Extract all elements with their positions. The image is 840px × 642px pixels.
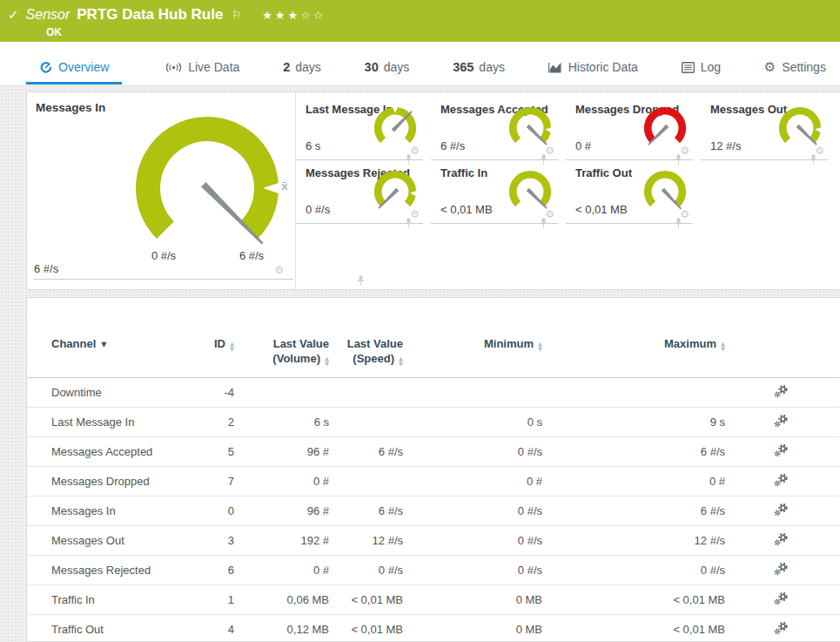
tab-overview[interactable]: Overview: [26, 60, 122, 84]
channel-last-speed: < 0,01 MB: [329, 615, 403, 642]
gauge-tile-messages-rejected: Messages Rejected 0 #/s ⚙: [296, 160, 431, 224]
sensor-title-row: ✓ Sensor PRTG Data Hub Rule ⚐ ★★★☆☆: [0, 0, 840, 24]
column-header-last-value-volume-[interactable]: Last Value(Volume)▲▼: [234, 321, 329, 378]
tab-label: Historic Data: [568, 60, 638, 74]
gauge-tile-messages-dropped: Messages Dropped 0 # ⚙: [566, 97, 701, 160]
channel-settings-icon[interactable]: [774, 591, 789, 605]
column-header-id[interactable]: ID▲▼: [178, 321, 234, 378]
sensor-name: PRTG Data Hub Rule: [77, 6, 223, 24]
column-header-minimum[interactable]: Minimum▲▼: [403, 321, 542, 378]
channel-min: 0 MB: [403, 615, 542, 642]
channel-settings-icon[interactable]: [774, 621, 789, 635]
divider: [296, 223, 423, 224]
channel-settings-icon[interactable]: [774, 384, 789, 398]
sort-icon: ▲▼: [721, 342, 725, 352]
channel-settings-icon[interactable]: [774, 532, 789, 546]
gauge-tile-traffic-out: Traffic Out < 0,01 MB ⚙: [566, 160, 701, 224]
channel-name: Messages Out: [27, 526, 178, 556]
tab-number: 30: [365, 60, 379, 74]
channel-row-traffic-in: Traffic In 1 0,06 MB < 0,01 MB 0 MB < 0,…: [27, 585, 839, 615]
channel-min: 0 #: [403, 467, 542, 497]
sort-icon: ▲▼: [399, 357, 403, 367]
channel-name: Traffic In: [27, 585, 178, 615]
column-header-maximum[interactable]: Maximum▲▼: [542, 321, 725, 378]
tab-label: days: [295, 60, 321, 74]
divider: [34, 279, 293, 280]
tab-365-days[interactable]: 365 days: [453, 60, 505, 84]
tab-30-days[interactable]: 30 days: [365, 60, 410, 84]
channel-max: 6 #/s: [542, 497, 725, 526]
main-gauge-chart: [110, 103, 310, 268]
channel-row-downtime: Downtime -4: [27, 378, 839, 408]
channel-name: Messages Rejected: [27, 556, 178, 585]
channel-max: 6 #/s: [542, 437, 725, 467]
column-header-channel[interactable]: Channel▼: [27, 321, 178, 378]
column-header-last-value-speed-[interactable]: Last Value(Speed)▲▼: [329, 321, 403, 378]
priority-stars[interactable]: ★★★☆☆: [262, 9, 326, 22]
channel-id: -4: [178, 378, 234, 408]
status-check-icon: ✓: [8, 7, 19, 23]
channel-row-traffic-out: Traffic Out 4 0,12 MB < 0,01 MB 0 MB < 0…: [27, 615, 839, 642]
channel-row-last-message-in: Last Message In 2 6 s 0 s 9 s: [27, 408, 839, 437]
column-label: Minimum: [484, 337, 534, 350]
channel-last-speed: [329, 378, 403, 408]
tab-historic-data[interactable]: Historic Data: [548, 60, 638, 84]
gauge-value: < 0,01 MB: [575, 203, 628, 216]
gear-icon[interactable]: ⚙: [274, 265, 284, 275]
channel-min: 0 s: [403, 408, 542, 437]
channel-min: 0 #/s: [403, 526, 542, 556]
divider: [566, 223, 693, 224]
gauge-tile-messages-out: Messages Out 12 #/s ⚙: [701, 97, 836, 160]
main-gauge-scale-max: 6 #/s: [239, 249, 264, 262]
channel-last-volume: 0,12 MB: [234, 615, 329, 642]
channels-panel: Channel▼ ID▲▼ Last Value(Volume)▲▼ Last …: [26, 297, 840, 642]
channel-last-volume: 96 #: [234, 497, 329, 526]
channel-last-volume: 0,06 MB: [234, 585, 329, 615]
channel-last-speed: [329, 467, 403, 497]
flag-icon[interactable]: ⚐: [232, 9, 241, 21]
channel-last-speed: < 0,01 MB: [329, 585, 403, 615]
channel-settings-icon[interactable]: [774, 562, 789, 576]
gauge-value: 0 #: [575, 139, 591, 152]
gauge-title: Traffic Out: [575, 166, 632, 179]
channel-last-volume: 0 #: [234, 556, 329, 585]
channel-last-volume: 6 s: [234, 408, 329, 437]
sort-desc-icon: ▼: [101, 341, 106, 348]
tab-log[interactable]: Log: [682, 60, 721, 84]
channel-max: 0 #/s: [542, 556, 725, 585]
channel-min: 0 MB: [403, 585, 542, 615]
sort-icon: ▲▼: [230, 342, 234, 352]
channel-name: Last Message In: [27, 408, 178, 437]
gauge-actions: ⚙: [545, 209, 558, 220]
channel-name: Messages Dropped: [27, 467, 178, 497]
gear-icon: ⚙: [764, 61, 776, 74]
channel-row-messages-in: Messages In 0 96 # 6 #/s 0 #/s 6 #/s: [27, 497, 839, 526]
channel-id: 7: [178, 467, 234, 497]
channel-row-messages-dropped: Messages Dropped 7 0 # 0 # 0 #: [27, 467, 839, 497]
channel-settings-icon[interactable]: [774, 473, 789, 487]
channel-max: < 0,01 MB: [542, 615, 725, 642]
tab-live-data[interactable]: Live Data: [165, 60, 239, 84]
channel-row-messages-accepted: Messages Accepted 5 96 # 6 #/s 0 #/s 6 #…: [27, 437, 839, 467]
gauge-title: Traffic In: [440, 166, 487, 179]
gauge-value: 6 s: [306, 139, 320, 152]
tab-2-days[interactable]: 2 days: [283, 60, 321, 84]
gauges-panel: Messages In 0 #/s 6 #/s x̄ 6 #/s ⚙ Last …: [26, 91, 840, 290]
main-gauge-value: 6 #/s: [34, 262, 58, 275]
channel-settings-icon[interactable]: [774, 414, 789, 428]
channel-last-speed: [329, 408, 403, 437]
table-body: Downtime -4 Last Message In 2 6 s 0 s 9 …: [27, 378, 839, 642]
channels-table: Channel▼ ID▲▼ Last Value(Volume)▲▼ Last …: [27, 321, 839, 642]
tab-settings[interactable]: ⚙ Settings: [764, 60, 826, 84]
gauge-actions: ⚙: [815, 145, 828, 156]
table-header-row: Channel▼ ID▲▼ Last Value(Volume)▲▼ Last …: [27, 321, 839, 378]
gauge-tile-last-message-in: Last Message In 6 s ⚙: [296, 97, 431, 160]
channel-row-messages-out: Messages Out 3 192 # 12 #/s 0 #/s 12 #/s: [27, 526, 839, 556]
gauge-actions: ⚙: [680, 209, 693, 220]
channel-last-volume: 0 #: [234, 467, 329, 497]
channel-id: 6: [178, 556, 234, 585]
channel-settings-icon[interactable]: [774, 443, 789, 457]
channel-settings-icon[interactable]: [774, 503, 789, 517]
column-label: ID: [214, 337, 225, 350]
tab-label: Live Data: [188, 60, 239, 74]
